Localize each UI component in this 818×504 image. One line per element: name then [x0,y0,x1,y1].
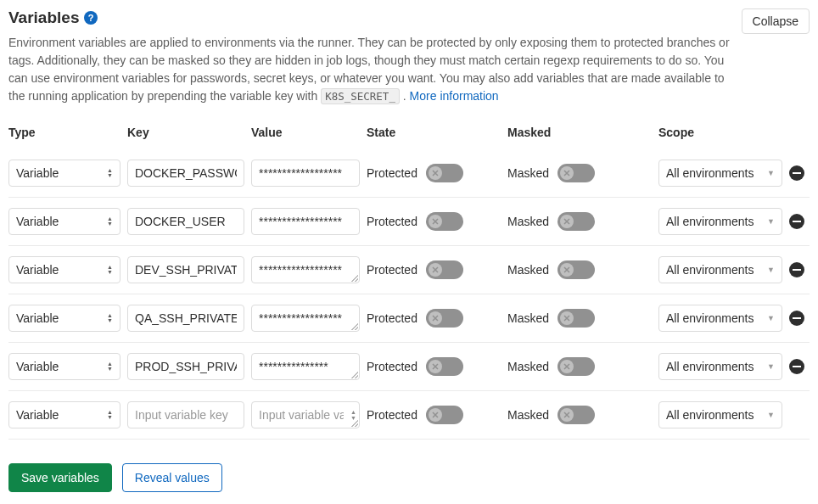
help-icon[interactable]: ? [84,11,98,25]
remove-button[interactable] [789,165,804,181]
scope-select[interactable]: All environments▼ [658,401,782,428]
col-type: Type [8,126,120,139]
masked-label: Masked [507,263,549,277]
chevron-updown-icon: ▲▼ [107,168,113,178]
value-input[interactable] [251,305,360,332]
type-select[interactable]: Variable▲▼ [8,305,120,332]
svg-rect-3 [793,221,801,223]
masked-label: Masked [507,166,549,180]
chevron-updown-icon: ▲▼ [107,313,113,323]
state-label: Protected [367,215,417,228]
title-text: Variables [8,8,79,27]
masked-toggle[interactable] [557,309,595,328]
state-cell: Protected [367,164,501,182]
col-key: Key [127,126,244,139]
protected-toggle[interactable] [426,164,463,182]
variables-table: Type Key Value State Masked Scope Variab… [8,126,810,440]
chevron-updown-icon: ▲▼ [107,361,113,372]
reveal-values-button[interactable]: Reveal values [122,463,222,492]
key-input[interactable] [127,305,244,332]
chevron-down-icon: ▼ [767,411,775,419]
value-input[interactable] [251,353,360,380]
masked-cell: Masked [507,406,652,424]
value-input[interactable] [251,160,360,187]
svg-rect-2 [793,172,801,175]
page-title: Variables ? [8,8,98,27]
masked-cell: Masked [507,260,652,279]
masked-cell: Masked [507,212,652,231]
chevron-down-icon: ▼ [767,169,775,177]
masked-toggle[interactable] [557,212,595,231]
remove-button[interactable] [789,262,804,277]
collapse-button[interactable]: Collapse [742,8,810,34]
scope-select[interactable]: All environments▼ [658,305,782,332]
protected-toggle[interactable] [426,260,463,279]
masked-label: Masked [507,215,549,228]
masked-cell: Masked [507,357,652,376]
col-masked: Masked [507,126,652,139]
state-label: Protected [367,263,417,277]
type-select[interactable]: Variable▲▼ [8,256,120,283]
protected-toggle[interactable] [426,357,463,376]
scope-select[interactable]: All environments▼ [658,208,782,235]
type-select[interactable]: Variable▲▼ [8,160,120,187]
state-cell: Protected [367,357,501,376]
state-cell: Protected [367,212,501,231]
state-cell: Protected [367,260,501,279]
masked-cell: Masked [507,164,652,182]
masked-toggle[interactable] [557,406,595,424]
chevron-down-icon: ▼ [767,314,775,322]
masked-toggle[interactable] [557,357,595,376]
footer-actions: Save variables Reveal values [8,463,810,492]
remove-button[interactable] [789,311,804,326]
masked-label: Masked [507,408,549,422]
scope-select[interactable]: All environments▼ [658,353,782,380]
type-select[interactable]: Variable▲▼ [8,401,120,428]
value-input[interactable] [251,401,360,428]
key-input[interactable] [127,208,244,235]
type-select[interactable]: Variable▲▼ [8,353,120,380]
scope-select[interactable]: All environments▼ [658,160,782,187]
state-cell: Protected [367,309,501,328]
protected-toggle[interactable] [426,212,463,231]
state-label: Protected [367,360,417,373]
svg-rect-4 [793,269,801,272]
state-label: Protected [367,166,417,180]
value-input[interactable] [251,256,360,283]
save-variables-button[interactable]: Save variables [8,463,112,492]
remove-button[interactable] [789,214,804,229]
type-select[interactable]: Variable▲▼ [8,208,120,235]
chevron-updown-icon: ▲▼ [107,265,113,275]
chevron-down-icon: ▼ [767,266,775,274]
protected-toggle[interactable] [426,406,463,424]
table-row: Variable▲▼ProtectedMaskedAll environment… [8,149,810,198]
stepper-icon[interactable]: ▲▼ [350,409,356,421]
key-input[interactable] [127,256,244,283]
svg-rect-6 [793,366,801,368]
masked-label: Masked [507,311,549,325]
table-row: Variable▲▼ProtectedMaskedAll environment… [8,246,810,294]
table-row: Variable▲▼ProtectedMaskedAll environment… [8,343,810,391]
scope-select[interactable]: All environments▼ [658,256,782,283]
more-info-link[interactable]: More information [410,89,499,103]
col-value: Value [251,126,360,139]
chevron-updown-icon: ▲▼ [107,410,113,420]
table-row: Variable▲▼ProtectedMaskedAll environment… [8,198,810,246]
masked-toggle[interactable] [557,260,595,279]
remove-button[interactable] [789,359,804,374]
col-scope: Scope [658,126,782,139]
key-input[interactable] [127,401,244,428]
col-state: State [367,126,501,139]
state-cell: Protected [367,406,501,424]
svg-text:?: ? [88,13,94,23]
key-input[interactable] [127,160,244,187]
svg-rect-5 [793,317,801,320]
protected-toggle[interactable] [426,309,463,328]
masked-label: Masked [507,360,549,373]
table-row: Variable▲▼▲▼ProtectedMaskedAll environme… [8,391,810,440]
chevron-down-icon: ▼ [767,217,775,226]
value-input[interactable] [251,208,360,235]
masked-toggle[interactable] [557,164,595,182]
key-input[interactable] [127,353,244,380]
state-label: Protected [367,311,417,325]
